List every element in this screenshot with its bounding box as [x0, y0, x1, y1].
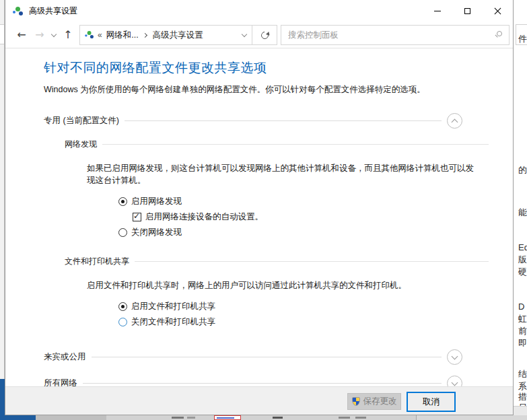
- background-text-fragment: 虹: [518, 314, 527, 324]
- minimize-button[interactable]: [422, 0, 452, 22]
- recent-pages-dropdown[interactable]: [48, 25, 59, 45]
- file-printer-sharing-header: 文件和打印机共享: [65, 256, 489, 267]
- desktop-background: [0, 415, 36, 420]
- page-intro: Windows 为你所使用的每个网络创建单独的网络配置文件。你可以针对每个配置文…: [44, 84, 489, 96]
- background-fragment: [172, 417, 184, 419]
- maximize-button[interactable]: [452, 0, 483, 22]
- address-bar[interactable]: « 网络和... 高级共享设置: [79, 25, 277, 45]
- window-title: 高级共享设置: [29, 5, 77, 17]
- background-text-fragment: 能: [518, 207, 527, 217]
- desktop-background: [0, 379, 5, 420]
- cancel-button-label: 取消: [423, 396, 440, 408]
- divider: [135, 261, 489, 262]
- background-fragment: [273, 417, 283, 419]
- navigation-toolbar: ← → ↑ « 网络和... 高级共享设置: [5, 22, 513, 48]
- window-controls: [422, 0, 513, 22]
- save-changes-button[interactable]: 保存更改: [347, 393, 401, 410]
- background-text-fragment: 即: [518, 338, 527, 348]
- settings-content: 针对不同的网络配置文件更改共享选项 Windows 为你所使用的每个网络创建单独…: [5, 49, 513, 386]
- chevron-down-icon: [452, 353, 458, 359]
- background-text-fragment: 前: [518, 326, 527, 336]
- back-arrow-icon: ←: [17, 30, 26, 40]
- maximize-icon: [464, 8, 470, 14]
- up-arrow-icon: ↑: [63, 30, 72, 40]
- radio-enable-file-sharing[interactable]: [118, 302, 127, 311]
- background-fragment: [36, 415, 106, 420]
- radio-disable-network-discovery[interactable]: [118, 228, 127, 237]
- close-button[interactable]: [483, 0, 513, 22]
- option-auto-setup[interactable]: 启用网络连接设备的自动设置。: [133, 211, 489, 223]
- checkbox-label: 启用网络连接设备的自动设置。: [145, 211, 263, 223]
- expand-guest-public-button[interactable]: [447, 349, 462, 365]
- network-sharing-icon: [13, 6, 24, 17]
- cancel-button[interactable]: 取消: [407, 392, 456, 412]
- option-disable-network-discovery[interactable]: 关闭网络发现: [118, 227, 489, 238]
- background-bottom-strip: [0, 415, 527, 420]
- radio-enable-network-discovery[interactable]: [118, 197, 127, 206]
- search-box: [281, 25, 510, 45]
- background-text-fragment: 措: [518, 392, 527, 402]
- network-discovery-description: 如果已启用网络发现，则这台计算机可以发现网络上的其他计算机和设备，而且其他网络计…: [87, 162, 477, 186]
- background-text-fragment: 硬: [518, 267, 527, 277]
- collapse-private-button[interactable]: [447, 113, 462, 129]
- chevron-down-icon: [452, 379, 458, 386]
- divider: [83, 383, 442, 384]
- chevron-down-icon: [51, 31, 57, 36]
- refresh-icon: [259, 30, 269, 40]
- section-guest-public-header: 来宾或公用: [44, 349, 462, 365]
- file-printer-sharing-title: 文件和打印机共享: [65, 256, 129, 267]
- section-all-networks-title: 所有网络: [44, 378, 77, 386]
- breadcrumb-parent[interactable]: 网络和...: [104, 30, 141, 41]
- background-window-right-edge: 件的能Ed版硬D虹前即结系措另: [514, 0, 527, 420]
- background-fragment: [187, 417, 195, 419]
- section-private-title: 专用 (当前配置文件): [44, 115, 119, 127]
- breadcrumb-collapse[interactable]: «: [95, 30, 104, 40]
- up-button[interactable]: ↑: [59, 25, 77, 45]
- divider: [125, 120, 442, 121]
- radio-label: 关闭文件和打印机共享: [131, 316, 215, 328]
- file-printer-sharing-description: 启用文件和打印机共享时，网络上的用户可以访问通过此计算机共享的文件和打印机。: [87, 279, 477, 291]
- checkbox-auto-setup[interactable]: [133, 213, 141, 221]
- radio-disable-file-sharing[interactable]: [118, 318, 127, 326]
- background-window-left-edge: [0, 0, 5, 420]
- chevron-down-icon: [242, 31, 247, 36]
- background-fragment: [417, 415, 527, 420]
- page-title: 针对不同的网络配置文件更改共享选项: [44, 59, 489, 77]
- background-fragment: [355, 417, 366, 419]
- refresh-button[interactable]: [252, 26, 277, 44]
- forward-button[interactable]: →: [31, 25, 48, 45]
- option-enable-file-sharing[interactable]: 启用文件和打印机共享: [118, 301, 489, 312]
- uac-shield-icon: [352, 397, 360, 406]
- section-all-networks-header: 所有网络: [44, 376, 462, 386]
- search-input[interactable]: [281, 30, 509, 40]
- network-discovery-title: 网络发现: [65, 139, 97, 150]
- background-fragment: [0, 24, 4, 44]
- minimize-icon: [434, 11, 441, 11]
- background-text-fragment: 的: [518, 165, 527, 175]
- divider: [102, 144, 489, 145]
- forward-arrow-icon: →: [35, 30, 44, 40]
- background-text-fragment: D: [518, 302, 527, 312]
- background-text-fragment: Ed: [518, 242, 527, 252]
- advanced-sharing-settings-window: 高级共享设置 ← → ↑ « 网络和... 高级共享设置: [5, 0, 514, 415]
- network-sharing-icon: [85, 30, 94, 40]
- expand-all-networks-button[interactable]: [447, 376, 462, 386]
- close-icon: [494, 7, 501, 15]
- chevron-up-icon: [452, 118, 458, 125]
- background-fragment: [339, 417, 350, 419]
- radio-label: 启用文件和打印机共享: [131, 301, 215, 312]
- section-private-header: 专用 (当前配置文件): [44, 113, 462, 129]
- background-text-fragment: 结: [518, 369, 527, 379]
- screen: 件的能Ed版硬D虹前即结系措另 高级共享设置 ← → ↑: [0, 0, 527, 420]
- background-text-fragment: 版: [518, 254, 527, 265]
- title-bar: 高级共享设置: [5, 0, 513, 22]
- search-icon: [497, 31, 502, 36]
- background-text-fragment: 件: [518, 34, 527, 44]
- breadcrumb-current[interactable]: 高级共享设置: [150, 30, 206, 41]
- option-enable-network-discovery[interactable]: 启用网络发现: [118, 196, 489, 207]
- network-discovery-header: 网络发现: [65, 139, 489, 150]
- address-dropdown[interactable]: [237, 34, 252, 36]
- option-disable-file-sharing[interactable]: 关闭文件和打印机共享: [118, 316, 489, 328]
- back-button[interactable]: ←: [12, 25, 31, 45]
- save-button-label: 保存更改: [363, 396, 397, 407]
